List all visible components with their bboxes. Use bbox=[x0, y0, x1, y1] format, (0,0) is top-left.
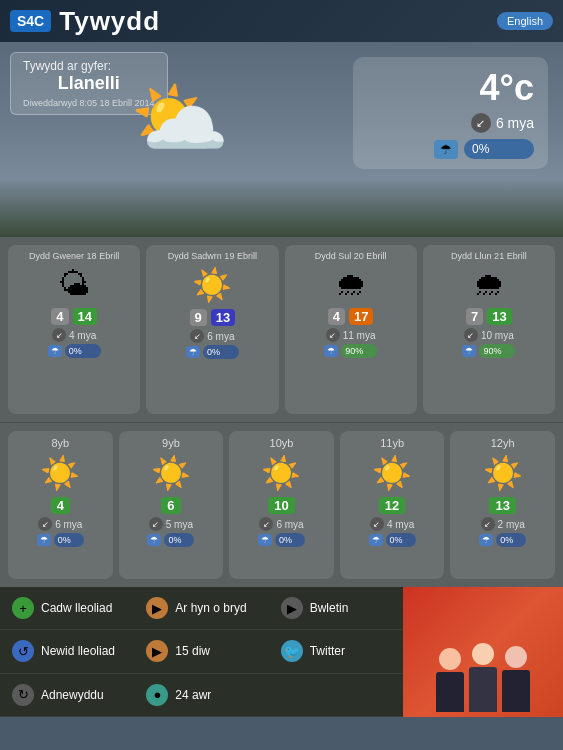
hourly-rain-bar: 0% bbox=[275, 533, 305, 547]
hourly-rain: ☂ 0% bbox=[479, 533, 526, 547]
forecast-temp-row: 9 13 bbox=[190, 309, 236, 326]
hourly-rain-bar: 0% bbox=[164, 533, 194, 547]
hourly-rain-icon: ☂ bbox=[258, 534, 272, 546]
hourly-temp: 13 bbox=[489, 497, 515, 514]
forecast-rain-bar: 90% bbox=[479, 344, 515, 358]
15diw-label: 15 diw bbox=[175, 644, 210, 658]
hourly-card: 9yb ☀️ 6 ↙ 5 mya ☂ 0% bbox=[119, 431, 224, 579]
forecast-rain-bar: 0% bbox=[65, 344, 101, 358]
refresh-icon: ↻ bbox=[12, 684, 34, 706]
bwletin-label: Bwletin bbox=[310, 601, 349, 615]
hourly-rain-pct: 0% bbox=[58, 535, 71, 545]
hourly-rain-pct: 0% bbox=[279, 535, 292, 545]
forecast-rain-pct: 0% bbox=[69, 346, 82, 356]
hourly-wind-value: 2 mya bbox=[498, 519, 525, 530]
app-header: S4C Tywydd English bbox=[0, 0, 563, 42]
rain-percent: 0% bbox=[472, 142, 489, 156]
forecast-rain: ☂ 0% bbox=[186, 345, 239, 359]
forecast-rain-bar: 90% bbox=[341, 344, 377, 358]
forecast-temp-min: 9 bbox=[190, 309, 207, 326]
current-weather-widget: 4°c ↙ 6 mya ☂ 0% bbox=[353, 57, 548, 169]
hourly-rain-icon: ☂ bbox=[369, 534, 383, 546]
forecast-weather-icon: 🌤 bbox=[58, 266, 90, 303]
hourly-rain-icon: ☂ bbox=[37, 534, 51, 546]
adnewyddu-label: Adnewyddu bbox=[41, 688, 104, 702]
footer-btn-15diw[interactable]: ▶ 15 diw bbox=[134, 630, 268, 673]
forecast-temp-row: 4 14 bbox=[51, 308, 97, 325]
presenters-photo bbox=[403, 587, 563, 717]
hourly-time: 8yb bbox=[51, 437, 69, 449]
s4c-badge: S4C bbox=[10, 10, 51, 32]
forecast-rain: ☂ 90% bbox=[462, 344, 515, 358]
twitter-icon: 🐦 bbox=[281, 640, 303, 662]
forecast-rain-icon: ☂ bbox=[186, 346, 200, 358]
hourly-card: 8yb ☀️ 4 ↙ 6 mya ☂ 0% bbox=[8, 431, 113, 579]
hourly-temp: 4 bbox=[51, 497, 70, 514]
forecast-wind: ↙ 6 mya bbox=[190, 329, 234, 343]
24awr-icon: ● bbox=[146, 684, 168, 706]
forecast-rain: ☂ 0% bbox=[48, 344, 101, 358]
hourly-rain-icon: ☂ bbox=[479, 534, 493, 546]
hourly-time: 12yh bbox=[491, 437, 515, 449]
forecast-grid: Dydd Gwener 18 Ebrill 🌤 4 14 ↙ 4 mya ☂ 0… bbox=[0, 237, 563, 422]
footer-btn-cadw[interactable]: + Cadw lleoliad bbox=[0, 587, 134, 630]
footer-btn-twitter[interactable]: 🐦 Twitter bbox=[269, 630, 403, 673]
forecast-rain-pct: 0% bbox=[207, 347, 220, 357]
hourly-rain-bar: 0% bbox=[496, 533, 526, 547]
location-label: Tywydd ar gyfer: bbox=[23, 59, 155, 73]
hourly-rain-bar: 0% bbox=[386, 533, 416, 547]
hourly-wind-value: 5 mya bbox=[166, 519, 193, 530]
forecast-card: Dydd Sadwrn 19 Ebrill ☀️ 9 13 ↙ 6 mya ☂ … bbox=[146, 245, 278, 414]
forecast-rain-pct: 90% bbox=[345, 346, 363, 356]
24awr-label: 24 awr bbox=[175, 688, 211, 702]
footer-btn-ar-hyn[interactable]: ▶ Ar hyn o bryd bbox=[134, 587, 268, 630]
hourly-temp: 10 bbox=[268, 497, 294, 514]
hourly-wind-icon: ↙ bbox=[149, 517, 163, 531]
hourly-rain-pct: 0% bbox=[500, 535, 513, 545]
hourly-rain-pct: 0% bbox=[390, 535, 403, 545]
hourly-wind: ↙ 6 mya bbox=[259, 517, 303, 531]
twitter-label: Twitter bbox=[310, 644, 345, 658]
footer: + Cadw lleoliad ▶ Ar hyn o bryd ▶ Bwleti… bbox=[0, 587, 563, 717]
hourly-weather-icon: ☀️ bbox=[483, 454, 523, 492]
hourly-temp: 6 bbox=[161, 497, 180, 514]
forecast-wind-icon: ↙ bbox=[326, 328, 340, 342]
wind-value: 6 mya bbox=[496, 115, 534, 131]
forecast-temp-min: 7 bbox=[466, 308, 483, 325]
change-icon: ↺ bbox=[12, 640, 34, 662]
cadw-label: Cadw lleoliad bbox=[41, 601, 112, 615]
forecast-wind-value: 10 mya bbox=[481, 330, 514, 341]
forecast-rain-icon: ☂ bbox=[462, 345, 476, 357]
forecast-card: Dydd Llun 21 Ebrill 🌧 7 13 ↙ 10 mya ☂ 90… bbox=[423, 245, 555, 414]
footer-btn-adnewyddu[interactable]: ↻ Adnewyddu bbox=[0, 674, 134, 717]
forecast-temp-row: 4 17 bbox=[328, 308, 374, 325]
hero-section: Tywydd ar gyfer: Llanelli Diweddarwyd 8:… bbox=[0, 42, 563, 237]
hourly-rain-icon: ☂ bbox=[147, 534, 161, 546]
forecast-day-label: Dydd Gwener 18 Ebrill bbox=[29, 251, 119, 261]
hourly-wind: ↙ 4 mya bbox=[370, 517, 414, 531]
hourly-wind-icon: ↙ bbox=[370, 517, 384, 531]
rain-icon: ☂ bbox=[434, 140, 458, 159]
forecast-day-label: Dydd Sul 20 Ebrill bbox=[315, 251, 387, 261]
footer-btn-newid[interactable]: ↺ Newid lleoliad bbox=[0, 630, 134, 673]
hourly-wind-value: 6 mya bbox=[276, 519, 303, 530]
forecast-temp-min: 4 bbox=[51, 308, 68, 325]
hourly-rain-bar: 0% bbox=[54, 533, 84, 547]
forecast-wind-icon: ↙ bbox=[464, 328, 478, 342]
hourly-wind-value: 4 mya bbox=[387, 519, 414, 530]
footer-btn-empty bbox=[269, 674, 403, 717]
hourly-wind: ↙ 5 mya bbox=[149, 517, 193, 531]
forecast-temp-max: 13 bbox=[211, 309, 235, 326]
forecast-wind: ↙ 11 mya bbox=[326, 328, 376, 342]
footer-btn-24awr[interactable]: ● 24 awr bbox=[134, 674, 268, 717]
wind-row: ↙ 6 mya bbox=[367, 113, 534, 133]
play-icon: ▶ bbox=[146, 597, 168, 619]
hourly-weather-icon: ☀️ bbox=[372, 454, 412, 492]
footer-btn-bwletin[interactable]: ▶ Bwletin bbox=[269, 587, 403, 630]
forecast-rain: ☂ 90% bbox=[324, 344, 377, 358]
forecast-temp-min: 4 bbox=[328, 308, 345, 325]
forecast-rain-icon: ☂ bbox=[48, 345, 62, 357]
hourly-rain: ☂ 0% bbox=[37, 533, 84, 547]
english-button[interactable]: English bbox=[497, 12, 553, 30]
hourly-weather-icon: ☀️ bbox=[151, 454, 191, 492]
